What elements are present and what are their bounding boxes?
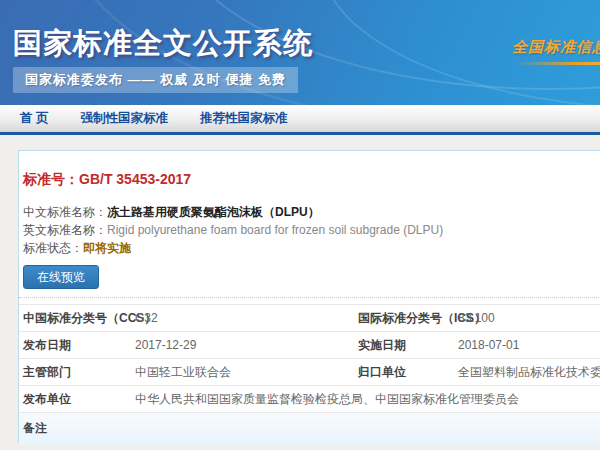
- standard-detail-card: 标准号：GB/T 35453-2017 中文标准名称：冻土路基用硬质聚氨酯泡沫板…: [18, 150, 600, 443]
- centralized-unit-label: 归口单位: [358, 364, 458, 381]
- centralized-unit-value: 全国塑料制品标准化技术委员会: [458, 364, 600, 381]
- ccs-value: G32: [135, 311, 358, 325]
- table-row-departments: 主管部门 中国轻工业联合会 归口单位 全国塑料制品标准化技术委员会: [19, 358, 600, 385]
- implement-date-value: 2018-07-01: [458, 338, 600, 352]
- field-en-name: 英文标准名称：Rigid polyurethane foam board for…: [23, 221, 600, 239]
- status-badge: 即将实施: [83, 241, 131, 255]
- table-row-remarks: 备注: [19, 412, 600, 445]
- publish-date-value: 2017-12-29: [135, 338, 358, 352]
- nav-mandatory-standards[interactable]: 强制性国家标准: [80, 110, 168, 127]
- competent-dept-value: 中国轻工业联合会: [135, 364, 358, 381]
- field-status: 标准状态：即将实施: [23, 239, 600, 257]
- dotted-divider: [19, 297, 600, 298]
- nav-recommended-standards[interactable]: 推荐性国家标准: [200, 110, 288, 127]
- field-cn-name-value: 冻土路基用硬质聚氨酯泡沫板（DLPU）: [107, 205, 320, 219]
- remarks-label: 备注: [23, 420, 135, 437]
- corner-underline-decoration: [516, 62, 600, 65]
- ics-label: 国际标准分类号（ICS）: [358, 310, 458, 327]
- competent-dept-label: 主管部门: [23, 364, 135, 381]
- publisher-label: 发布单位: [23, 391, 135, 408]
- standard-number: 标准号：GB/T 35453-2017: [23, 171, 600, 189]
- table-row-classification: 中国标准分类号（CCS） G32 国际标准分类号（ICS） 83.100: [19, 304, 600, 331]
- online-preview-button[interactable]: 在线预览: [23, 265, 99, 289]
- corner-slogan: 全国标准信息: [512, 38, 600, 57]
- implement-date-label: 实施日期: [358, 337, 458, 354]
- site-subtitle: 国家标准委发布 —— 权威 及时 便捷 免费: [13, 67, 298, 93]
- field-en-name-label: 英文标准名称：: [23, 223, 107, 237]
- standard-number-label: 标准号：: [23, 171, 79, 187]
- site-title: 国家标准全文公开系统: [13, 24, 313, 64]
- standard-number-value: GB/T 35453-2017: [79, 171, 191, 187]
- ccs-label: 中国标准分类号（CCS）: [23, 310, 135, 327]
- field-cn-name: 中文标准名称：冻土路基用硬质聚氨酯泡沫板（DLPU）: [23, 203, 600, 221]
- field-cn-name-label: 中文标准名称：: [23, 205, 107, 219]
- header-banner: 国家标准全文公开系统 国家标准委发布 —— 权威 及时 便捷 免费 全国标准信息: [0, 0, 600, 105]
- spec-table: 中国标准分类号（CCS） G32 国际标准分类号（ICS） 83.100 发布日…: [19, 304, 600, 445]
- publisher-value: 中华人民共和国国家质量监督检验检疫总局、中国国家标准化管理委员会: [135, 391, 600, 408]
- publish-date-label: 发布日期: [23, 337, 135, 354]
- table-row-publisher: 发布单位 中华人民共和国国家质量监督检验检疫总局、中国国家标准化管理委员会: [19, 385, 600, 412]
- ics-value: 83.100: [458, 311, 600, 325]
- nav-home[interactable]: 首 页: [20, 110, 48, 127]
- table-row-dates: 发布日期 2017-12-29 实施日期 2018-07-01: [19, 331, 600, 358]
- field-status-label: 标准状态：: [23, 241, 83, 255]
- field-en-name-value: Rigid polyurethane foam board for frozen…: [107, 223, 443, 237]
- main-nav: 首 页 强制性国家标准 推荐性国家标准: [0, 105, 600, 135]
